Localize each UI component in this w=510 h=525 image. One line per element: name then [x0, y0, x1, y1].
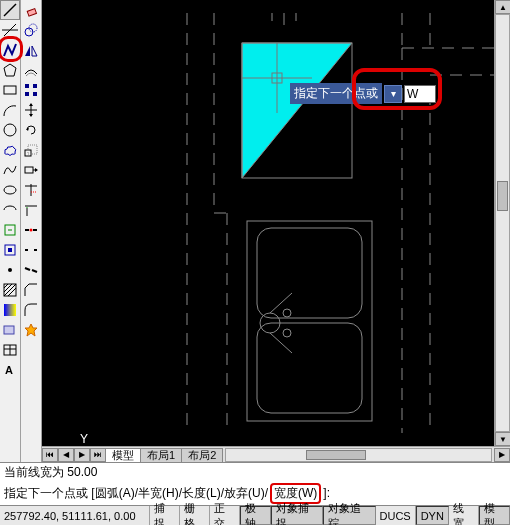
status-grid[interactable]: 栅格: [180, 506, 210, 525]
erase-tool[interactable]: [21, 0, 41, 20]
svg-point-79: [283, 329, 291, 337]
status-ducs[interactable]: DUCS: [376, 506, 416, 525]
status-ortho[interactable]: 正交: [210, 506, 240, 525]
tab-model[interactable]: 模型: [105, 448, 141, 462]
canvas-wrap: 指定下一个点或 ▾ X: [42, 0, 510, 462]
drawing-viewport[interactable]: 指定下一个点或 ▾ X: [42, 0, 494, 446]
svg-rect-74: [257, 228, 362, 318]
table-tool[interactable]: [0, 340, 20, 360]
join-tool[interactable]: [21, 260, 41, 280]
region-tool[interactable]: [0, 320, 20, 340]
rotate-tool[interactable]: [21, 120, 41, 140]
dynamic-input-prompt: 指定下一个点或 ▾: [290, 83, 436, 104]
ucs-y-label: Y: [80, 432, 88, 446]
copy-tool[interactable]: [21, 20, 41, 40]
tab-first-arrow[interactable]: ⏮: [42, 448, 58, 462]
tab-layout2[interactable]: 布局2: [181, 448, 223, 462]
trim-tool[interactable]: [21, 180, 41, 200]
scroll-up-arrow[interactable]: ▲: [495, 0, 510, 14]
offset-tool[interactable]: [21, 60, 41, 80]
fillet-tool[interactable]: [21, 300, 41, 320]
array-tool[interactable]: [21, 80, 41, 100]
svg-marker-35: [29, 114, 33, 117]
spline-tool[interactable]: [0, 160, 20, 180]
status-snap[interactable]: 捕捉: [150, 506, 180, 525]
svg-rect-10: [8, 248, 12, 252]
modify-toolbar: [21, 0, 42, 462]
insert-block-tool[interactable]: [0, 220, 20, 240]
mirror-tool[interactable]: [21, 40, 41, 60]
circle-tool[interactable]: [0, 120, 20, 140]
scroll-right-arrow[interactable]: ▶: [494, 448, 510, 462]
horizontal-scrollbar[interactable]: [225, 448, 492, 462]
svg-rect-76: [247, 221, 372, 421]
arc-tool[interactable]: [0, 100, 20, 120]
explode-tool[interactable]: [21, 320, 41, 340]
svg-point-5: [4, 124, 16, 136]
construction-line-tool[interactable]: [0, 20, 20, 40]
svg-marker-55: [25, 324, 37, 336]
line-tool[interactable]: [0, 0, 20, 20]
svg-rect-23: [27, 9, 36, 16]
draw-toolbar: A: [0, 0, 21, 462]
svg-line-16: [8, 288, 16, 296]
stretch-tool[interactable]: [21, 160, 41, 180]
svg-point-78: [283, 309, 291, 317]
command-history-line: 当前线宽为 50.00: [0, 463, 510, 482]
status-polar[interactable]: 极轴: [240, 506, 271, 525]
svg-rect-4: [4, 86, 16, 94]
svg-point-11: [8, 268, 12, 272]
svg-line-54: [32, 270, 37, 272]
command-line-area: 当前线宽为 50.00 指定下一个点或 [圆弧(A)/半宽(H)/长度(L)/放…: [0, 462, 510, 505]
svg-point-6: [4, 186, 16, 194]
extend-tool[interactable]: [21, 200, 41, 220]
vertical-scrollbar[interactable]: ▲ ▼: [494, 0, 510, 446]
scroll-down-arrow[interactable]: ▼: [495, 432, 510, 446]
ellipse-arc-tool[interactable]: [0, 200, 20, 220]
break-tool[interactable]: [21, 240, 41, 260]
tab-last-arrow[interactable]: ⏭: [90, 448, 106, 462]
drawing-svg: [42, 0, 494, 446]
rectangle-tool[interactable]: [0, 80, 20, 100]
svg-marker-69: [242, 43, 352, 178]
svg-point-24: [25, 28, 33, 36]
svg-rect-28: [25, 84, 29, 88]
prompt-label: 指定下一个点或: [290, 83, 382, 104]
revision-cloud-tool[interactable]: [0, 140, 20, 160]
scale-tool[interactable]: [21, 140, 41, 160]
svg-rect-18: [4, 326, 14, 334]
svg-rect-39: [25, 167, 33, 173]
svg-rect-29: [33, 84, 37, 88]
status-osnap[interactable]: 对象捕捉: [271, 506, 323, 525]
status-otrack[interactable]: 对象追踪: [323, 506, 375, 525]
tab-prev-arrow[interactable]: ◀: [58, 448, 74, 462]
svg-line-0: [4, 4, 16, 16]
cmd-options: [圆弧(A)/半宽(H)/长度(L)/放弃(U)/: [91, 486, 268, 500]
mtext-tool[interactable]: A: [0, 360, 20, 380]
svg-marker-41: [35, 168, 38, 172]
svg-line-81: [270, 333, 292, 353]
status-lwt[interactable]: 线宽: [449, 506, 479, 525]
status-model[interactable]: 模型: [479, 506, 510, 525]
layout-tabs-bar: ⏮ ◀ ▶ ⏭ 模型 布局1 布局2 ▶: [42, 446, 510, 462]
chamfer-tool[interactable]: [21, 280, 41, 300]
ellipse-tool[interactable]: [0, 180, 20, 200]
move-tool[interactable]: [21, 100, 41, 120]
hatch-tool[interactable]: [0, 280, 20, 300]
break-at-tool[interactable]: [21, 220, 41, 240]
svg-line-14: [4, 284, 12, 292]
main-row: A: [0, 0, 510, 462]
prompt-dropdown-icon[interactable]: ▾: [384, 85, 402, 103]
polygon-tool[interactable]: [0, 60, 20, 80]
status-dyn[interactable]: DYN: [416, 506, 449, 525]
point-tool[interactable]: [0, 260, 20, 280]
svg-rect-75: [257, 323, 362, 413]
svg-line-80: [270, 293, 292, 313]
make-block-tool[interactable]: [0, 240, 20, 260]
polyline-tool[interactable]: [0, 40, 20, 60]
tab-next-arrow[interactable]: ▶: [74, 448, 90, 462]
prompt-input[interactable]: [404, 85, 436, 103]
status-coords: 257792.40, 51111.61, 0.00: [0, 506, 150, 525]
gradient-tool[interactable]: [0, 300, 20, 320]
tab-layout1[interactable]: 布局1: [140, 448, 182, 462]
